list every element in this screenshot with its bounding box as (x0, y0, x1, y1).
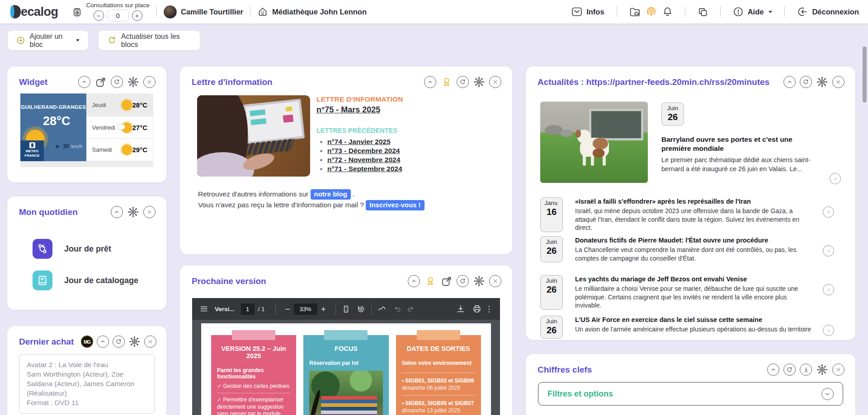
article-title[interactable]: «Israël a failli s'effondrer» après les … (575, 197, 811, 206)
open-article-button[interactable] (830, 173, 841, 184)
previous-letter-link[interactable]: n°73 - Décembre 2024 (327, 147, 400, 154)
envelope-icon (571, 7, 582, 17)
divider (617, 6, 617, 17)
collapse-icon[interactable] (424, 76, 436, 88)
refresh-icon[interactable] (457, 275, 469, 287)
previous-letter-link[interactable]: n°74 - Janvier 2025 (327, 138, 391, 145)
settings-gear-icon[interactable] (127, 76, 139, 88)
folder-cloud-icon[interactable] (629, 7, 640, 17)
download-icon[interactable] (800, 364, 812, 376)
current-library[interactable]: Médiathèque John Lennon (257, 6, 367, 17)
collapse-icon[interactable] (97, 336, 109, 348)
zoom-in-button[interactable]: + (317, 305, 330, 313)
rotate-icon[interactable] (357, 305, 365, 313)
page-scrollbar[interactable] (863, 47, 867, 103)
article-row[interactable]: Juin 26 Donateurs fictifs de Pierre Maud… (540, 236, 834, 262)
previous-letter-link[interactable]: n°71 - Septembre 2024 (327, 165, 402, 173)
article-title[interactable]: Les yachts du mariage de Jeff Bezos ont … (575, 275, 811, 284)
collapse-icon[interactable] (767, 364, 779, 376)
current-newsletter-link[interactable]: n°75 - Mars 2025 (316, 105, 380, 115)
pdf-document-name: Versi... (215, 306, 235, 312)
deconnexion-button[interactable]: Déconnexion (797, 6, 859, 17)
pdf-zoom-level[interactable]: 33% (294, 303, 317, 315)
broadcast-icon[interactable] (646, 6, 657, 18)
quotidien-item-label: Jour de prêt (64, 244, 111, 254)
refresh-icon[interactable] (783, 364, 796, 376)
notifications-bell-icon[interactable] (662, 6, 673, 17)
pdf-menu-icon[interactable] (199, 304, 208, 313)
settings-gear-icon[interactable] (816, 76, 828, 88)
download-icon[interactable] (456, 304, 465, 313)
open-article-button[interactable] (823, 284, 834, 295)
subscribe-button[interactable]: Inscrivez-vous ! (366, 200, 424, 210)
close-icon[interactable] (143, 76, 156, 88)
ribbon-icon[interactable] (424, 275, 436, 287)
pdf-more-menu[interactable]: ⋮ (481, 305, 493, 313)
quotidien-item-loan-day[interactable]: Jour de prêt (33, 239, 111, 259)
zoom-out-button[interactable]: − (282, 305, 294, 313)
current-user[interactable]: Camille Tourtillier (164, 5, 243, 19)
copy-windows-icon[interactable] (698, 7, 708, 17)
decalog-logo[interactable]: ecalog (9, 5, 58, 19)
settings-gear-icon[interactable] (816, 364, 828, 376)
settings-gear-icon[interactable] (473, 275, 485, 287)
fit-page-icon[interactable] (342, 305, 350, 313)
counter-increment-button[interactable]: + (132, 10, 142, 21)
collapse-icon[interactable] (78, 76, 90, 88)
article-row[interactable]: Janv. 16 «Israël a failli s'effondrer» a… (540, 197, 834, 232)
previous-letter-link[interactable]: n°72 - Novembre 2024 (327, 156, 400, 163)
refresh-icon[interactable] (111, 76, 123, 88)
refresh-icon[interactable] (113, 336, 125, 348)
open-article-button[interactable] (823, 245, 834, 256)
infos-button[interactable]: Infos (571, 7, 604, 17)
pdf-toolbar: Versi... 1 / 1 − 33% + (192, 298, 500, 320)
divider (371, 303, 372, 315)
article-row[interactable]: Juin 26 L'US Air Force en exercice dans … (540, 316, 834, 339)
open-article-button[interactable] (823, 206, 834, 218)
aide-menu[interactable]: Aide (733, 6, 773, 17)
actualites-rss-card: Actualités : https://partner-feeds.20min… (526, 66, 855, 340)
settings-gear-icon[interactable] (473, 76, 485, 88)
sun-icon (122, 100, 132, 110)
weather-footer-strip (20, 161, 153, 167)
article-row[interactable]: Juin 26 Les yachts du mariage de Jeff Be… (540, 275, 834, 310)
settings-gear-icon[interactable] (127, 206, 139, 218)
open-external-icon[interactable] (440, 275, 453, 287)
close-icon[interactable] (832, 76, 844, 88)
blog-link-button[interactable]: notre blog (311, 189, 351, 200)
article-title[interactable]: Donateurs fictifs de Pierre Maudet: l'Ét… (575, 236, 811, 245)
close-icon[interactable] (143, 206, 156, 218)
widget-title: Actualités : https://partner-feeds.20min… (538, 77, 769, 87)
logout-icon (797, 6, 808, 17)
article-title[interactable]: L'US Air Force en exercice dans le ciel … (575, 316, 811, 324)
close-icon[interactable] (144, 336, 156, 348)
close-icon[interactable] (489, 76, 501, 88)
onsite-consultations-counter: Consultations sur place − 0 + (72, 2, 150, 22)
refresh-icon[interactable] (457, 76, 469, 88)
counter-label: Consultations sur place (86, 2, 150, 9)
print-icon[interactable] (472, 304, 481, 313)
counter-decrement-button[interactable]: − (94, 10, 104, 21)
aide-label: Aide (748, 8, 764, 16)
filters-options-accordion[interactable]: Filtres et options (538, 382, 843, 406)
annotate-icon[interactable] (377, 304, 387, 313)
close-icon[interactable] (489, 275, 501, 287)
refresh-all-blocks-button[interactable]: Actualiser tous les blocs (98, 30, 200, 51)
featured-article-title[interactable]: Barryland ouvre ses portes et c'est une … (661, 135, 811, 153)
open-external-icon[interactable] (94, 76, 107, 88)
pdf-page-input[interactable]: 1 (241, 303, 255, 315)
collapse-icon[interactable] (783, 76, 796, 88)
refresh-icon[interactable] (800, 76, 812, 88)
counter-value[interactable]: 0 (107, 9, 129, 22)
collapse-icon[interactable] (408, 275, 420, 287)
close-icon[interactable] (832, 364, 844, 376)
quotidien-item-cataloging-day[interactable]: Jour de catalogage (33, 270, 138, 290)
open-article-button[interactable] (823, 325, 834, 336)
counter-stepper: − 0 + (94, 9, 142, 22)
featured-article-image[interactable] (540, 102, 648, 183)
chevron-down-icon[interactable] (821, 388, 834, 400)
ribbon-icon[interactable] (440, 76, 453, 88)
add-block-button[interactable]: Ajouter un bloc (7, 30, 89, 51)
collapse-icon[interactable] (111, 206, 123, 218)
settings-gear-icon[interactable] (128, 336, 141, 348)
